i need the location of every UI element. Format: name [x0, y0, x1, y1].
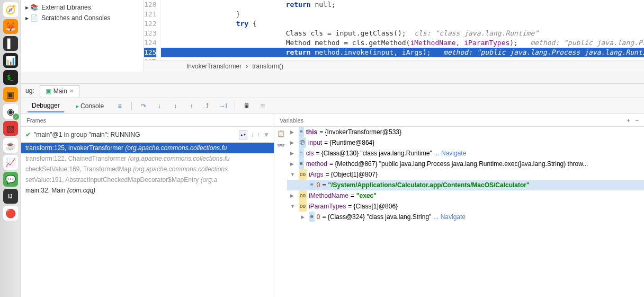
java-icon[interactable]: ☕ — [3, 138, 18, 153]
var-kind-icon: oo — [299, 169, 307, 180]
next-frame-icon[interactable]: ↑ — [257, 131, 260, 138]
check-icon: ✔ — [25, 131, 31, 138]
stack-frame[interactable]: setValue:191, AbstractInputCheckedMapDec… — [21, 174, 274, 185]
terminal-icon[interactable]: ▌ — [3, 36, 18, 51]
debug-tab-bar: ug: ▣ Main ✕ — [21, 83, 644, 98]
remove-watch-icon[interactable]: − — [636, 117, 639, 124]
expand-icon[interactable]: ▶ — [301, 212, 307, 222]
code-editor[interactable]: 120121122123124125 126 return null; } tr… — [144, 0, 644, 72]
breadcrumb-method[interactable]: transform() — [252, 63, 283, 70]
navigate-link[interactable]: ... Navigate — [434, 148, 467, 159]
prev-frame-icon[interactable]: ↓ — [251, 131, 254, 138]
navigate-link[interactable]: ... Navigate — [433, 212, 466, 222]
variables-tree[interactable]: ▶≡ this = {InvokerTransformer@533}▶ⓟ inp… — [287, 127, 644, 297]
threads-icon[interactable]: ≡ — [115, 102, 124, 110]
debug-tool-label: ug: — [25, 87, 34, 94]
stack-frame[interactable]: checkSetValue:169, TransformedMap (org.a… — [21, 164, 274, 174]
variable-row[interactable]: ▶≡ cls = {Class@130} "class java.lang.Ru… — [287, 148, 644, 159]
var-kind-icon: oo — [299, 190, 307, 201]
step-over-icon[interactable]: ↷ — [139, 102, 148, 110]
thread-label: "main"@1 in group "main": RUNNING — [34, 131, 140, 138]
iterm-icon[interactable]: $_ — [3, 70, 18, 85]
variables-panel: Variables ＋ − 📋 👓 ▶≡ this = {InvokerTran… — [274, 114, 644, 297]
expand-icon[interactable]: ▶ — [290, 127, 297, 137]
app-icon[interactable]: ▧ — [3, 121, 18, 136]
expand-icon[interactable]: ▶ — [290, 148, 297, 159]
force-step-into-icon[interactable]: ↓ — [171, 102, 180, 110]
var-kind-icon: ≡ — [309, 212, 315, 222]
run-config-tab[interactable]: ▣ Main ✕ — [40, 85, 79, 97]
tree-item-external-libs[interactable]: ▸ 📚 External Libraries — [25, 2, 139, 13]
variable-row[interactable]: ▼oo iParamTypes = {Class[1]@806} — [287, 201, 644, 212]
run-config-name: Main — [53, 88, 67, 95]
variables-sidebar-tools: 📋 👓 — [274, 127, 287, 149]
tab-console[interactable]: ▸ Console — [71, 100, 108, 112]
expand-icon[interactable]: ▶ — [290, 190, 297, 201]
step-out-icon[interactable]: ↑ — [187, 102, 195, 110]
variable-row[interactable]: ▶≡ method = {Method@867} "public java.la… — [287, 159, 644, 169]
variable-row[interactable]: ▶≡ 0 = {Class@324} "class java.lang.Stri… — [287, 212, 644, 222]
variable-row[interactable]: ▶oo iMethodName = "exec" — [287, 190, 644, 201]
frames-header: Frames — [21, 114, 274, 127]
var-kind-icon: ≡ — [299, 148, 304, 159]
variable-row[interactable]: ≡ 0 = "/System/Applications/Calculator.a… — [287, 180, 644, 190]
stack-frame[interactable]: transform:122, ChainedTransformer (org.a… — [21, 153, 274, 164]
thread-selector[interactable]: ✔ "main"@1 in group "main": RUNNING ▲▼ ↓… — [21, 127, 274, 143]
trace-icon[interactable]: ≣ — [258, 102, 267, 110]
evaluate-icon[interactable]: 🖩 — [243, 102, 251, 110]
console-icon: ▸ — [76, 102, 79, 110]
project-tree: ▸ 📚 External Libraries ▸ 📄 Scratches and… — [21, 0, 144, 72]
macos-dock: 🧭 🦊 ▌ 📊 $_ ▣ ◉2 ▧ ☕ 📈 💬 IJ 🔴 — [0, 0, 21, 297]
debugger-toolbar: Debugger ▸ Console ≡ ↷ ↓ ↓ ↑ ⤴ →І 🖩 ≣ — [21, 98, 644, 114]
variable-row[interactable]: ▶≡ this = {InvokerTransformer@533} — [287, 127, 644, 137]
tree-label: Scratches and Consoles — [41, 14, 110, 22]
filter-icon[interactable]: ▼ — [263, 131, 270, 138]
expand-icon[interactable]: ▼ — [290, 201, 297, 212]
expand-icon[interactable]: ▼ — [290, 169, 297, 180]
tree-item-scratches[interactable]: ▸ 📄 Scratches and Consoles — [25, 13, 139, 23]
intellij-icon[interactable]: IJ — [3, 189, 18, 204]
var-kind-icon: ≡ — [299, 127, 304, 137]
drop-frame-icon[interactable]: ⤴ — [203, 102, 211, 110]
var-kind-icon: ≡ — [299, 159, 304, 169]
add-watch-icon[interactable]: ＋ — [625, 116, 631, 124]
app-icon[interactable]: 📈 — [3, 155, 18, 170]
variables-header: Variables ＋ − — [274, 114, 644, 127]
copy-icon[interactable]: 📋 — [277, 130, 285, 137]
frame-list[interactable]: transform:125, InvokerTransformer (org.a… — [21, 143, 274, 196]
stack-frame[interactable]: main:32, Main (com.cqq) — [21, 185, 274, 196]
safari-icon[interactable]: 🧭 — [3, 2, 18, 17]
stepper-icon[interactable]: ▲▼ — [239, 130, 247, 139]
library-icon: ▸ 📚 — [25, 4, 38, 11]
wechat-icon[interactable]: 💬 — [3, 172, 18, 187]
step-into-icon[interactable]: ↓ — [155, 102, 164, 110]
glasses-icon[interactable]: 👓 — [277, 142, 285, 149]
expand-icon[interactable]: ▶ — [290, 159, 297, 169]
tree-label: External Libraries — [41, 4, 91, 11]
breadcrumb[interactable]: InvokerTransformer › transform() — [144, 60, 644, 72]
run-to-cursor-icon[interactable]: →І — [219, 102, 227, 110]
app-icon[interactable]: 📊 — [3, 53, 18, 68]
tab-debugger[interactable]: Debugger — [28, 100, 64, 112]
scratch-icon: ▸ 📄 — [25, 14, 38, 22]
app-icon[interactable]: 🔴 — [3, 206, 18, 221]
chevron-right-icon: › — [246, 63, 248, 70]
chrome-icon[interactable]: ◉2 — [3, 104, 18, 119]
stack-frame[interactable]: transform:125, InvokerTransformer (org.a… — [21, 143, 274, 153]
sublime-icon[interactable]: ▣ — [3, 87, 18, 102]
var-kind-icon: oo — [299, 201, 307, 212]
breadcrumb-class[interactable]: InvokerTransformer — [186, 63, 241, 70]
close-icon[interactable]: ✕ — [69, 88, 74, 94]
expand-icon[interactable]: ▶ — [290, 137, 297, 148]
var-kind-icon: ⓟ — [299, 137, 306, 148]
variable-row[interactable]: ▼oo iArgs = {Object[1]@807} — [287, 169, 644, 180]
var-kind-icon: ≡ — [309, 180, 315, 190]
firefox-icon[interactable]: 🦊 — [3, 19, 18, 34]
variable-row[interactable]: ▶ⓟ input = {Runtime@864} — [287, 137, 644, 148]
run-icon: ▣ — [46, 88, 51, 95]
frames-panel: Frames ✔ "main"@1 in group "main": RUNNI… — [21, 114, 274, 297]
